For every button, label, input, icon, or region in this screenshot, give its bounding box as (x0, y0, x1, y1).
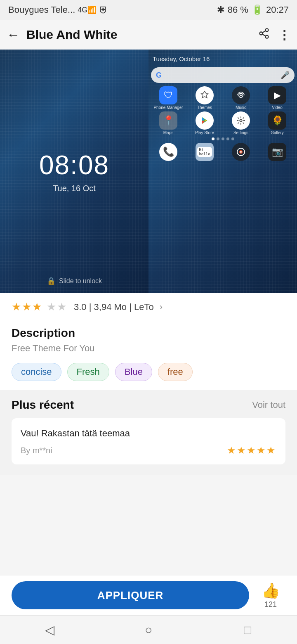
like-button[interactable]: 👍 121 (256, 582, 285, 609)
clock-text: 20:27 (266, 5, 289, 15)
messages-icon: Hihello (196, 143, 214, 161)
app-item-settings: Settings (224, 111, 258, 135)
app-item-messages: Hihello (187, 143, 222, 161)
tag-blue[interactable]: Blue (115, 363, 152, 381)
gallery-icon: 🌻 (268, 111, 286, 130)
home-date: Tuesday, October 16 (151, 54, 295, 64)
app-label-themes: Themes (197, 105, 212, 110)
lockscreen-preview: 08:08 Tue, 16 Oct 🔒 Slide to unlock (0, 50, 148, 293)
status-left: Bouygues Tele... 4G📶 ⛨ (8, 5, 108, 15)
nav-recents-button[interactable]: □ (231, 620, 264, 640)
screen-cast-icon: ⛨ (99, 5, 108, 15)
description-text: Free Theme For You (12, 343, 285, 354)
camera-icon: 📷 (268, 143, 286, 161)
settings-icon (232, 111, 250, 130)
recent-header: Plus récent Voir tout (12, 398, 285, 412)
app-label-playstore: Play Store (195, 130, 214, 135)
music-icon (232, 86, 250, 104)
review-footer: By m**ni ★★★★★ (21, 445, 276, 456)
app-label-maps: Maps (163, 130, 173, 135)
page-dots (151, 137, 295, 140)
battery-text: 86 % (228, 5, 248, 15)
lock-bottom: 🔒 Slide to unlock (47, 277, 102, 286)
network-icon: 4G📶 (78, 5, 97, 14)
nav-home-button[interactable]: ○ (132, 620, 165, 640)
playstore-icon (196, 111, 214, 130)
dot-4 (226, 137, 229, 140)
google-logo: G (156, 71, 162, 80)
app-item-video: ▶ Video (260, 86, 295, 110)
loader-icon (232, 143, 250, 161)
app-item-loader (224, 143, 258, 161)
app-item-playstore: Play Store (187, 111, 222, 135)
video-icon: ▶ (268, 86, 286, 104)
svg-line-4 (262, 31, 266, 33)
like-count: 121 (264, 600, 277, 609)
battery-icon: 🔋 (252, 5, 263, 15)
stars-empty: ★★ (47, 301, 67, 313)
stars-filled: ★★★ (12, 301, 42, 313)
rating-row: ★★★★★ 3.0 | 3,94 Mo | LeTo › (0, 293, 297, 319)
app-label-phone-manager: Phone Manager (153, 105, 183, 110)
maps-icon: 📍 (159, 111, 177, 130)
nav-back-button[interactable]: ◁ (33, 620, 66, 640)
status-bar: Bouygues Tele... 4G📶 ⛨ ✱ 86 % 🔋 20:27 (0, 0, 297, 20)
review-card: Vau! Rakastan tätä teemaa By m**ni ★★★★★ (12, 418, 285, 464)
app-bar: ← Blue And White ⋮ (0, 20, 297, 50)
app-item-gallery: 🌻 Gallery (260, 111, 295, 135)
thumbs-up-icon: 👍 (262, 582, 280, 599)
bluetooth-icon: ✱ (217, 5, 224, 15)
review-text: Vau! Rakastan tätä teemaa (21, 428, 276, 439)
tag-free[interactable]: free (158, 363, 193, 381)
dot-1 (212, 137, 214, 140)
phone-manager-icon: 🛡 (159, 86, 177, 104)
app-label-music: Music (236, 105, 246, 110)
app-item-maps: 📍 Maps (151, 111, 186, 135)
back-button[interactable]: ← (7, 27, 20, 43)
description-section: Description Free Theme For You (0, 319, 297, 357)
description-title: Description (12, 327, 285, 340)
app-item-themes: Themes (187, 86, 222, 110)
page-title: Blue And White (26, 28, 252, 42)
tags-row: concise Fresh Blue free (0, 357, 297, 390)
review-stars: ★★★★★ (227, 445, 276, 456)
app-label-settings: Settings (233, 130, 248, 135)
mic-icon: 🎤 (280, 71, 290, 80)
homescreen-preview: Tuesday, October 16 G 🎤 🛡 Phone Manager … (148, 50, 297, 293)
apply-button[interactable]: APPLIQUER (12, 581, 249, 609)
app-item-phone-manager: 🛡 Phone Manager (151, 86, 186, 110)
rating-chevron-icon[interactable]: › (160, 302, 163, 313)
app-label-gallery: Gallery (271, 130, 284, 135)
carrier-text: Bouygues Tele... (8, 5, 75, 15)
share-icon[interactable] (258, 28, 270, 42)
nav-bar: ◁ ○ □ (0, 615, 297, 644)
lock-icon: 🔒 (47, 277, 56, 286)
rating-value: 3.0 | 3,94 Mo | LeTo (74, 302, 154, 313)
svg-point-10 (240, 151, 242, 153)
recent-title: Plus récent (12, 398, 74, 412)
app-bar-actions: ⋮ (258, 28, 290, 42)
more-menu-icon[interactable]: ⋮ (278, 28, 290, 42)
bottom-action-bar: APPLIQUER 👍 121 (0, 575, 297, 615)
home-search-bar: G 🎤 (151, 67, 295, 83)
svg-point-6 (240, 95, 242, 96)
svg-line-3 (262, 34, 266, 36)
dot-3 (222, 137, 224, 140)
tag-fresh[interactable]: Fresh (67, 363, 109, 381)
lock-time: 08:08 (39, 150, 109, 180)
phone-icon: 📞 (159, 143, 177, 161)
dot-5 (231, 137, 234, 140)
review-author: By m**ni (21, 446, 52, 455)
app-item-phone: 📞 (151, 143, 186, 161)
tag-concise[interactable]: concise (12, 363, 61, 381)
preview-area: 08:08 Tue, 16 Oct 🔒 Slide to unlock Tues… (0, 50, 297, 293)
slide-to-unlock: Slide to unlock (59, 277, 102, 285)
status-right: ✱ 86 % 🔋 20:27 (217, 5, 289, 15)
svg-point-7 (240, 119, 242, 122)
themes-icon (196, 86, 214, 104)
app-label-video: Video (272, 105, 282, 110)
app-grid: 🛡 Phone Manager Themes Music ▶ Video (151, 86, 295, 135)
voir-tout-link[interactable]: Voir tout (252, 400, 285, 410)
lock-date: Tue, 16 Oct (53, 184, 96, 193)
dock-row: 📞 Hihello 📷 (151, 143, 295, 161)
